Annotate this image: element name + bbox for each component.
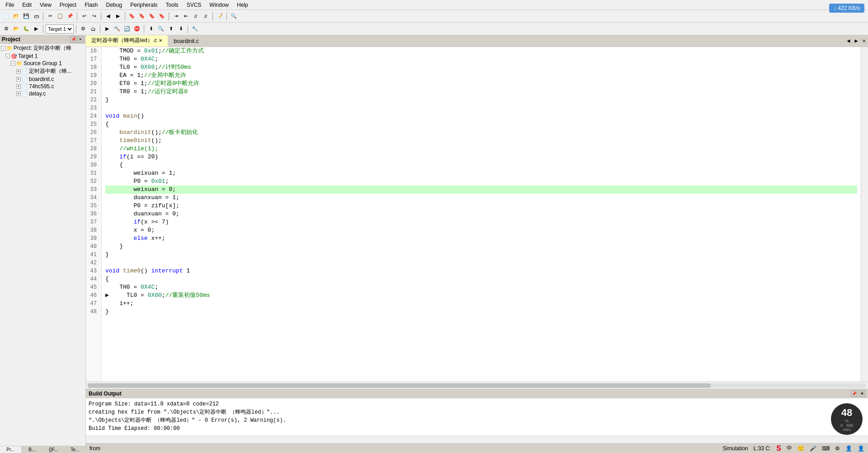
code-line-34[interactable]: duanxuan = 1;: [105, 194, 857, 202]
translate-btn[interactable]: ▶: [103, 24, 112, 33]
code-line-35[interactable]: P0 = zifu[x];: [105, 202, 857, 210]
code-line-22[interactable]: }: [105, 96, 857, 104]
code-line-32[interactable]: P0 = 0x01;: [105, 177, 857, 186]
redo-btn[interactable]: ↪: [90, 12, 99, 21]
editor-tab-1[interactable]: boardinit.c: [168, 37, 204, 46]
code-line-29[interactable]: if(i == 20): [105, 153, 857, 161]
indent-btn[interactable]: ⇥: [171, 12, 180, 21]
code-line-44[interactable]: {: [105, 275, 857, 283]
nav-back-btn[interactable]: ◀: [104, 12, 113, 21]
menu-file[interactable]: File: [2, 1, 18, 9]
menu-project[interactable]: Project: [56, 1, 80, 9]
code-line-31[interactable]: weixuan = 1;: [105, 169, 857, 177]
code-line-20[interactable]: ET0 = 1;//定时器0中断允许: [105, 80, 857, 88]
nav-fwd-btn[interactable]: ▶: [113, 12, 123, 21]
tree-file-1[interactable]: + 📄 boardinit.c: [0, 76, 85, 83]
tree-source-group[interactable]: - 📁 Source Group 1: [0, 60, 85, 67]
new-btn[interactable]: 📄: [2, 12, 11, 21]
project-close-btn[interactable]: ✕: [77, 36, 84, 43]
menu-flash[interactable]: Flash: [81, 1, 101, 9]
open-btn[interactable]: 📂: [12, 12, 21, 21]
code-line-28[interactable]: //while(1);: [105, 145, 857, 153]
build-scrollbar[interactable]: [86, 436, 868, 443]
comment-btn[interactable]: //: [191, 12, 200, 21]
stop-btn[interactable]: ⛔: [132, 24, 142, 33]
editor-scrollbar[interactable]: [861, 47, 868, 381]
target-dropdown[interactable]: Target 1: [46, 24, 74, 33]
build-btn[interactable]: 🔨: [113, 24, 122, 33]
download-btn[interactable]: ⬇: [146, 24, 156, 33]
menu-view[interactable]: View: [36, 1, 55, 9]
code-line-45[interactable]: TH0 = 0X4C;: [105, 283, 857, 291]
menu-debug[interactable]: Debug: [103, 1, 126, 9]
code-line-38[interactable]: x = 0;: [105, 226, 857, 234]
bookmark3-btn[interactable]: 🔖: [147, 12, 156, 21]
code-line-47[interactable]: i++;: [105, 300, 857, 308]
options-btn[interactable]: ⚙: [79, 24, 88, 33]
horizontal-scrollbar[interactable]: [86, 381, 868, 389]
tab-scroll-right[interactable]: ▶: [853, 37, 860, 45]
code-line-33[interactable]: weixuan = 0;: [105, 186, 857, 194]
tree-root[interactable]: - 📁 Project: 定时器中断（蜂: [0, 44, 85, 52]
editor-tab-0-close[interactable]: ✕: [159, 38, 162, 43]
paste-btn[interactable]: 📌: [66, 12, 75, 21]
manage-btn[interactable]: 🗂: [89, 24, 98, 33]
code-line-19[interactable]: EA = 1;//全局中断允许: [105, 72, 857, 80]
code-line-25[interactable]: {: [105, 120, 857, 129]
code-line-43[interactable]: void time0() interrupt 1: [105, 267, 857, 275]
bookmark-btn[interactable]: 🔖: [127, 12, 137, 21]
tree-file-3[interactable]: + 📄 delay.c: [0, 90, 85, 97]
tab-scroll-left[interactable]: ◀: [844, 37, 852, 45]
load-btn[interactable]: 📂: [12, 24, 21, 33]
menu-help[interactable]: Help: [233, 1, 252, 9]
run-btn[interactable]: ▶: [32, 24, 41, 33]
snippet-btn[interactable]: 📝: [215, 12, 224, 21]
expand-source-group[interactable]: -: [11, 61, 15, 66]
tree-target[interactable]: - 🎯 Target 1: [0, 52, 85, 60]
bookmark2-btn[interactable]: 🔖: [137, 12, 146, 21]
code-line-23[interactable]: [105, 104, 857, 112]
code-line-40[interactable]: }: [105, 243, 857, 251]
project-tab-2[interactable]: {}F...: [43, 446, 65, 453]
tree-file-2[interactable]: + 📄 74hc595.c: [0, 83, 85, 90]
copy-btn[interactable]: 📋: [56, 12, 65, 21]
code-line-48[interactable]: }: [105, 308, 857, 316]
project-pin-btn[interactable]: 📌: [70, 36, 76, 43]
setup-btn[interactable]: 🔧: [190, 24, 199, 33]
expand-root[interactable]: -: [1, 46, 5, 51]
undo-btn[interactable]: ↩: [80, 12, 89, 21]
browse-btn[interactable]: 🔍: [156, 24, 165, 33]
next-err-btn[interactable]: ⬇: [176, 24, 185, 33]
save-all-btn[interactable]: 🗃: [32, 12, 41, 21]
unindent-btn[interactable]: ⇤: [181, 12, 190, 21]
project-tab-1[interactable]: B...: [22, 446, 43, 453]
code-line-30[interactable]: {: [105, 161, 857, 169]
search-btn[interactable]: 🔍: [229, 12, 238, 21]
build-target-btn[interactable]: ⚙: [2, 24, 11, 33]
code-line-17[interactable]: TH0 = 0X4C;: [105, 55, 857, 63]
code-line-21[interactable]: TR0 = 1;//运行定时器0: [105, 88, 857, 96]
save-btn[interactable]: 💾: [22, 12, 31, 21]
editor-tab-0[interactable]: 定时器中断（蜂鸣器led）.c ✕: [86, 35, 168, 47]
tree-file-0[interactable]: + 📄 定时器中断（蜂...: [0, 67, 85, 76]
cut-btn[interactable]: ✂: [46, 12, 55, 21]
code-content[interactable]: TMOD = 0x01;//确定工作方式 TH0 = 0X4C; TL0 = 0…: [102, 47, 861, 381]
menu-svcs[interactable]: SVCS: [183, 1, 205, 9]
code-line-37[interactable]: if(x >= 7): [105, 218, 857, 226]
expand-target[interactable]: -: [5, 54, 10, 58]
code-line-41[interactable]: }: [105, 251, 857, 259]
menu-edit[interactable]: Edit: [19, 1, 35, 9]
code-line-16[interactable]: TMOD = 0x01;//确定工作方式: [105, 47, 857, 55]
code-line-27[interactable]: time0init();: [105, 137, 857, 145]
rebuild-btn[interactable]: 🔄: [123, 24, 132, 33]
code-line-42[interactable]: [105, 259, 857, 267]
code-line-39[interactable]: else x++;: [105, 234, 857, 243]
tab-close-all[interactable]: ✕: [860, 37, 868, 45]
build-close-btn[interactable]: ✕: [859, 391, 865, 397]
uncomment-btn[interactable]: //: [201, 12, 210, 21]
prev-err-btn[interactable]: ⬆: [166, 24, 175, 33]
code-editor[interactable]: 1617181920212223242526272829303132333435…: [86, 47, 868, 381]
expand-file-2[interactable]: +: [16, 84, 21, 89]
menu-tools[interactable]: Tools: [162, 1, 182, 9]
expand-file-0[interactable]: +: [16, 69, 21, 74]
